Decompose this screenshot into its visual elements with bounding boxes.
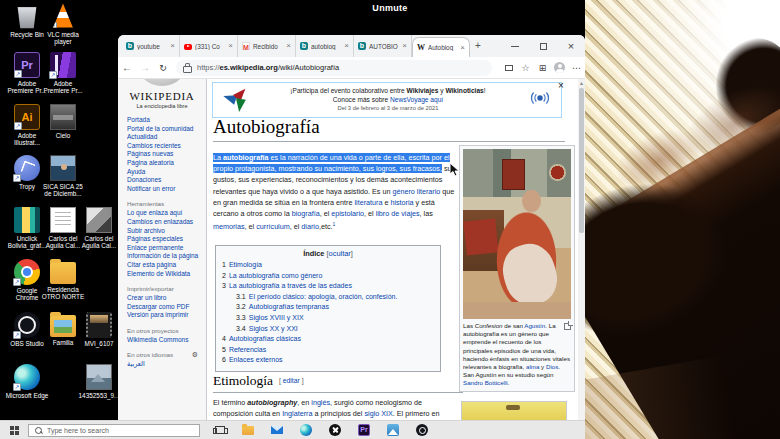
wiki-link[interactable]: alma	[526, 363, 539, 370]
page-scrollbar[interactable]	[578, 79, 585, 420]
browser-tab[interactable]: youtube×	[122, 35, 180, 57]
sidebar-link[interactable]: Portada	[127, 116, 202, 125]
toc-item[interactable]: 2La autobiografía como género	[222, 271, 434, 282]
desktop-icon[interactable]: MVI_6107	[77, 312, 121, 347]
sidebar-link[interactable]: العربية	[127, 360, 202, 369]
image-expand-icon[interactable]	[564, 323, 571, 330]
toc-link[interactable]: Etimología	[229, 261, 262, 268]
wiki-link[interactable]: género literario	[392, 187, 440, 196]
wiki-link[interactable]: siglo XIX	[364, 409, 392, 418]
sidebar-link[interactable]: Donaciones	[127, 176, 202, 185]
sidebar-link[interactable]: Actualidad	[127, 133, 202, 142]
sidebar-link[interactable]: Cambios recientes	[127, 142, 202, 151]
tab-close-icon[interactable]: ×	[402, 42, 407, 50]
toc-link[interactable]: Siglos XVIII y XIX	[249, 314, 304, 321]
toc-link[interactable]: Autobiografías clásicas	[229, 335, 301, 342]
article-image[interactable]	[463, 149, 571, 319]
toc-item[interactable]: 6Enlaces externos	[222, 355, 434, 366]
tab-close-icon[interactable]: ×	[170, 42, 175, 50]
toc-item[interactable]: 3La autobiografía a través de las edades	[222, 281, 434, 292]
sidebar-link[interactable]: Portal de la comunidad	[127, 125, 202, 134]
sidebar-link[interactable]: Subir archivo	[127, 227, 202, 236]
toc-hide-link[interactable]: ocultar	[329, 249, 351, 258]
desktop-icon[interactable]: Microsoft Edge	[5, 364, 49, 399]
xbox-taskbar-icon[interactable]	[329, 424, 341, 436]
toc-item[interactable]: 3.4Siglos XX y XXI	[222, 324, 434, 335]
desktop-icon[interactable]: Carlos del Aguila Cal...	[77, 207, 121, 249]
wiki-link[interactable]: Dios	[546, 363, 558, 370]
languages-settings-gear-icon[interactable]: ⚙	[192, 351, 198, 359]
tab-close-icon[interactable]: ×	[228, 42, 233, 50]
browser-tab[interactable]: autobiog×	[296, 35, 354, 57]
desktop-icon[interactable]: 14352553_9...	[77, 364, 121, 399]
wikipedia-globe-logo[interactable]	[135, 79, 189, 86]
desktop-icon[interactable]: Residencia OTRO NORTE	[41, 259, 85, 300]
article-image-2[interactable]	[461, 401, 567, 420]
photos-taskbar-icon[interactable]	[387, 424, 399, 436]
wiki-link[interactable]: inglés	[311, 398, 330, 407]
wiki-link[interactable]: NewsVoyage aquí	[390, 96, 443, 103]
close-window-button[interactable]	[557, 35, 585, 57]
toc-item[interactable]: 3.1El período clásico: apología, oración…	[222, 292, 434, 303]
wiki-link[interactable]: Inglaterra	[282, 409, 312, 418]
mail-taskbar-icon[interactable]	[271, 426, 283, 434]
minimize-button[interactable]	[501, 35, 529, 57]
wiki-link[interactable]: literatura	[354, 198, 382, 207]
sidebar-link[interactable]: Información de la página	[127, 252, 202, 261]
sidebar-link[interactable]: Descargar como PDF	[127, 303, 202, 312]
back-button[interactable]	[118, 62, 136, 73]
toc-link[interactable]: La autobiografía a través de las edades	[229, 282, 352, 289]
desktop-icon[interactable]: SICA SICA 25 de Diciemb...	[41, 155, 85, 197]
scroll-up-arrow-icon[interactable]	[578, 79, 585, 87]
forward-button[interactable]	[136, 62, 154, 73]
start-button[interactable]	[0, 426, 28, 435]
edge-taskbar-icon[interactable]	[300, 424, 312, 436]
favorites-star-icon[interactable]	[517, 63, 534, 73]
scrollbar-thumb[interactable]	[579, 88, 584, 233]
wiki-link[interactable]: diario	[301, 223, 319, 232]
toc-item[interactable]: 1Etimología	[222, 260, 434, 271]
premiere-taskbar-icon[interactable]	[358, 424, 370, 436]
address-bar[interactable]: https://es.wikipedia.org/wiki/Autobiogra…	[176, 60, 492, 76]
taskbar-search[interactable]: Type here to search	[28, 424, 200, 437]
explorer-taskbar-icon[interactable]	[242, 426, 254, 435]
sidebar-link[interactable]: Página aleatoria	[127, 159, 202, 168]
reload-button[interactable]	[154, 62, 172, 73]
tab-close-icon[interactable]: ×	[460, 44, 465, 52]
site-banner[interactable]: ¡Participa del evento colaborativo entre…	[212, 82, 562, 118]
desktop-icon[interactable]: VLC media player	[41, 3, 85, 45]
sidebar-link[interactable]: Citar esta página	[127, 261, 202, 270]
wiki-link[interactable]: Sandro Botticelli	[463, 379, 508, 386]
desktop-icon[interactable]: Cielo	[41, 104, 85, 139]
settings-more-icon[interactable]	[568, 63, 585, 73]
sidebar-link[interactable]: Elemento de Wikidata	[127, 270, 202, 279]
unmute-button[interactable]: Unmute	[300, 3, 480, 13]
sidebar-link[interactable]: Crear un libro	[127, 294, 202, 303]
sidebar-link[interactable]: Páginas nuevas	[127, 150, 202, 159]
wiki-link[interactable]: historia	[390, 198, 413, 207]
browser-tab[interactable]: (331) Co×	[180, 35, 238, 57]
obs-taskbar-icon[interactable]	[416, 424, 428, 436]
sidebar-link[interactable]: Cambios en enlazadas	[127, 218, 202, 227]
sidebar-link[interactable]: Ayuda	[127, 168, 202, 177]
banner-close-icon[interactable]: ×	[558, 81, 564, 91]
sidebar-link[interactable]: Páginas especiales	[127, 235, 202, 244]
toc-item[interactable]: 3.2Autobiografías tempranas	[222, 302, 434, 313]
toc-link[interactable]: Siglos XX y XXI	[249, 325, 298, 332]
toc-link[interactable]: Autobiografías tempranas	[249, 303, 329, 310]
sidebar-link[interactable]: Enlace permanente	[127, 244, 202, 253]
wiki-link[interactable]: currículum	[256, 223, 290, 232]
wiki-link[interactable]: Agustín	[524, 322, 545, 329]
wikipedia-wordmark[interactable]: WIKIPEDIA	[118, 90, 206, 102]
wiki-link[interactable]: epistolario	[331, 209, 364, 218]
sidebar-link[interactable]: Lo que enlaza aquí	[127, 209, 202, 218]
browser-tab[interactable]: AUTOBIO×	[354, 35, 412, 57]
new-tab-button[interactable]: +	[470, 35, 486, 57]
toc-link[interactable]: La autobiografía como género	[229, 272, 322, 279]
toc-link[interactable]: Referencias	[229, 346, 266, 353]
maximize-button[interactable]	[529, 35, 557, 57]
edit-link[interactable]: editar	[283, 377, 300, 384]
wiki-link[interactable]: libro de viajes	[376, 209, 420, 218]
toc-item[interactable]: 4Autobiografías clásicas	[222, 334, 434, 345]
toc-item[interactable]: 5Referencias	[222, 345, 434, 356]
